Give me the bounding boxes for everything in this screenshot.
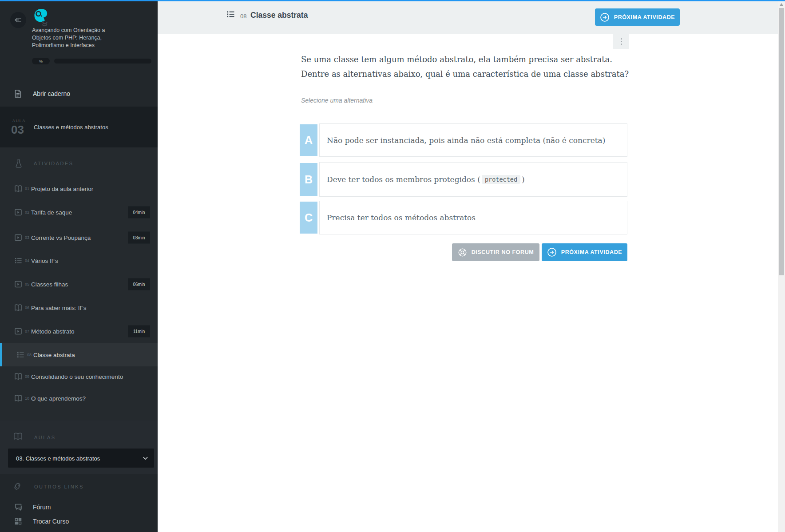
- app-root: Avançando com Orientação a Objetos com P…: [0, 0, 785, 532]
- activity-label: Corrente vs Poupança: [31, 234, 91, 241]
- activity-number: 06: [25, 306, 29, 310]
- video-icon: [14, 234, 22, 242]
- alura-logo[interactable]: [32, 8, 52, 28]
- vertical-scrollbar[interactable]: [778, 0, 785, 532]
- activity-label: Vários IFs: [31, 258, 58, 264]
- activity-label: Consolidando o seu conhecimento: [31, 373, 123, 380]
- next-activity-label: PRÓXIMA ATIVIDADE: [614, 14, 675, 20]
- activity-duration-badge: 03min: [128, 232, 150, 244]
- open-notebook-label: Abrir caderno: [33, 90, 70, 97]
- forum-link-label: Fórum: [33, 504, 51, 511]
- activity-number: 01: [25, 187, 29, 191]
- notebook-icon: [14, 90, 22, 98]
- activity-label: Para saber mais: IFs: [31, 305, 87, 311]
- collapse-menu-icon: [14, 16, 22, 24]
- aula-number: 03: [11, 123, 24, 137]
- discuss-forum-button[interactable]: DISCUTIR NO FORUM: [452, 243, 539, 261]
- aula-select-dropdown[interactable]: 03. Classes e métodos abstratos: [8, 449, 154, 468]
- quiz-list-icon: [14, 257, 22, 265]
- next-activity-button-bottom[interactable]: PRÓXIMA ATIVIDADE: [542, 243, 627, 261]
- arrow-right-circle-icon: [600, 12, 610, 22]
- activity-number: 10: [25, 396, 29, 401]
- link-icon: [12, 482, 22, 491]
- quiz-list-icon: [226, 10, 235, 19]
- progress-percent-badge: %: [32, 58, 50, 64]
- activity-number: 03: [25, 235, 29, 240]
- alternative-text: Não pode ser instanciada, pois ainda não…: [319, 123, 627, 157]
- alternative-text: Deve ter todos os membros protegidos ( p…: [319, 162, 627, 197]
- alternative-letter: C: [300, 202, 317, 234]
- page-title: Classe abstrata: [250, 11, 308, 20]
- activity-number-header: 08: [240, 13, 246, 20]
- activity-number: 07: [25, 329, 29, 333]
- more-options-button[interactable]: [613, 34, 629, 49]
- aula-title: Classes e métodos abstratos: [34, 124, 108, 131]
- select-alternative-hint: Selecione uma alternativa: [301, 97, 373, 104]
- sidebar-item-classes-filhas[interactable]: 05 Classes filhas 06min: [0, 273, 158, 296]
- sidebar: Avançando com Orientação a Objetos com P…: [0, 0, 158, 532]
- book-icon: [14, 394, 22, 402]
- trocar-curso-link-label: Trocar Curso: [33, 518, 69, 525]
- book-icon: [14, 304, 22, 312]
- video-icon: [14, 208, 22, 216]
- activity-label: Classes filhas: [31, 281, 68, 288]
- alternative-letter: B: [300, 163, 317, 196]
- alternative-letter: A: [300, 124, 317, 156]
- sidebar-item-o-que-aprendemos[interactable]: 10 O que aprendemos?: [0, 387, 158, 410]
- scrollbar-thumb[interactable]: [779, 8, 784, 275]
- chat-bubble-icon: [15, 504, 23, 511]
- book-icon: [14, 373, 22, 381]
- activity-number: 09: [25, 374, 29, 379]
- activity-label: Método abstrato: [31, 328, 75, 335]
- sidebar-item-projeto-da-aula-anterior[interactable]: 01 Projeto da aula anterior: [0, 177, 158, 200]
- sidebar-item-tarifa-de-saque[interactable]: 02 Tarifa de saque 04min: [0, 201, 158, 224]
- activity-duration-badge: 04min: [128, 206, 150, 218]
- top-accent-line: [0, 0, 785, 1]
- next-activity-label: PRÓXIMA ATIVIDADE: [561, 249, 622, 255]
- sidebar-item-classe-abstrata-active[interactable]: 08 Classe abstrata: [0, 343, 158, 366]
- sidebar-collapse-button[interactable]: [10, 12, 26, 28]
- sidebar-item-para-saber-mais-ifs[interactable]: 06 Para saber mais: IFs: [0, 296, 158, 319]
- question-text: Se uma classe tem algum método abstrato,…: [301, 52, 638, 81]
- progress-bar: [54, 59, 151, 64]
- open-notebook-button[interactable]: Abrir caderno: [0, 87, 158, 100]
- activity-number: 05: [25, 282, 29, 286]
- outros-links-header: OUTROS LINKS: [34, 484, 84, 489]
- alternative-text-after: ): [522, 175, 525, 184]
- lifebuoy-forum-icon: [458, 248, 467, 257]
- alternative-c[interactable]: C Precisa ter todos os métodos abstratos: [300, 201, 627, 234]
- discuss-forum-label: DISCUTIR NO FORUM: [472, 249, 534, 255]
- grid-icon: [15, 518, 22, 525]
- sidebar-link-trocar-curso[interactable]: Trocar Curso: [0, 515, 158, 528]
- aulas-header: AULAS: [34, 435, 56, 440]
- book-icon: [14, 185, 22, 193]
- question-line-2: Dentre as alternativas abaixo, qual é um…: [301, 67, 638, 81]
- next-activity-button-header[interactable]: PRÓXIMA ATIVIDADE: [595, 8, 680, 26]
- chevron-down-icon: [143, 457, 148, 460]
- aula-eyebrow-label: AULA: [12, 119, 26, 123]
- sidebar-item-consolidando-o-seu-conhecimento[interactable]: 09 Consolidando o seu conhecimento: [0, 365, 158, 388]
- aula-select-value: 03. Classes e métodos abstratos: [16, 455, 100, 461]
- alternative-text: Precisa ter todos os métodos abstratos: [319, 201, 627, 234]
- activity-number: 04: [25, 258, 29, 263]
- alternative-text-before: Deve ter todos os membros protegidos (: [327, 175, 480, 184]
- sidebar-item-corrente-vs-poupanca[interactable]: 03 Corrente vs Poupança 03min: [0, 226, 158, 249]
- video-icon: [14, 280, 22, 288]
- activities-header: ATIVIDADES: [34, 161, 74, 166]
- activity-label: Tarifa de saque: [31, 209, 72, 216]
- alternative-a[interactable]: A Não pode ser instanciada, pois ainda n…: [300, 123, 627, 157]
- open-book-icon: [13, 432, 23, 441]
- flask-icon: [15, 159, 23, 168]
- current-aula-block[interactable]: AULA 03 Classes e métodos abstratos: [0, 107, 158, 147]
- quiz-list-icon: [16, 351, 24, 359]
- activity-duration-badge: 06min: [128, 278, 150, 290]
- alternative-b[interactable]: B Deve ter todos os membros protegidos (…: [300, 162, 627, 197]
- sidebar-link-forum[interactable]: Fórum: [0, 501, 158, 513]
- sidebar-item-metodo-abstrato[interactable]: 07 Método abstrato 11min: [0, 320, 158, 343]
- scrollbar-up-arrow[interactable]: [780, 3, 783, 6]
- activity-number: 02: [25, 210, 29, 214]
- activity-duration-badge: 11min: [128, 326, 150, 337]
- inline-code-protected: protected: [482, 175, 520, 184]
- sidebar-item-varios-ifs[interactable]: 04 Vários IFs: [0, 249, 158, 272]
- activity-label: O que aprendemos?: [31, 395, 86, 402]
